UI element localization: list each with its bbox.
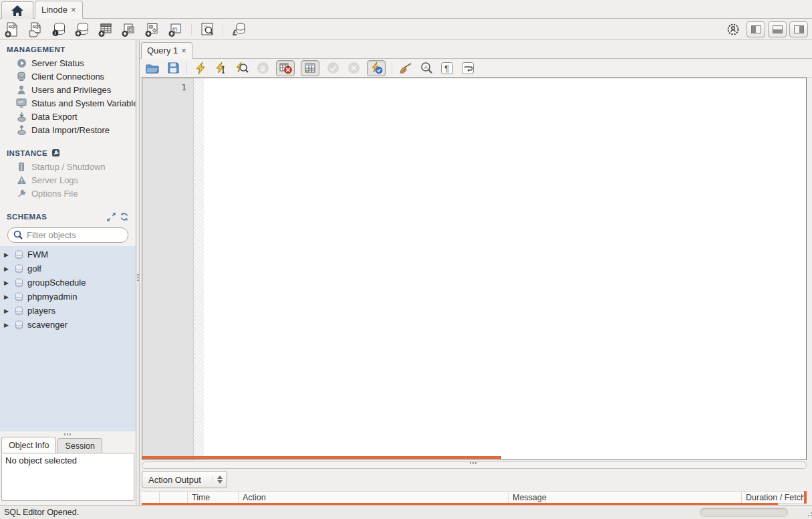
spinner-arrows-icon[interactable] (213, 476, 223, 484)
wrap-text-icon[interactable] (460, 61, 475, 76)
toggle-left-sidebar-icon[interactable] (747, 21, 765, 37)
chevron-right-icon[interactable]: ▶ (4, 280, 11, 286)
save-icon[interactable] (166, 61, 180, 76)
create-table-icon[interactable] (98, 21, 114, 37)
window-tab-bar: Linode × (0, 0, 812, 19)
sidebar-item-data-export[interactable]: Data Export (0, 110, 136, 123)
management-section-title: MANAGEMENT (0, 40, 136, 56)
schema-filter-box (7, 227, 128, 243)
create-schema-icon[interactable] (74, 21, 90, 37)
column-action[interactable]: Action (239, 492, 509, 504)
chevron-right-icon[interactable]: ▶ (4, 322, 11, 328)
editor-hscroll-thumb[interactable] (142, 456, 501, 459)
data-import-icon (16, 124, 27, 135)
tab-object-info[interactable]: Object Info (1, 437, 56, 453)
schema-item-golf[interactable]: ▶ golf (0, 262, 136, 276)
search-table-data-icon[interactable] (199, 21, 215, 37)
refresh-icon[interactable] (120, 212, 129, 221)
schema-item-fwm[interactable]: ▶ FWM (0, 247, 136, 262)
column-duration[interactable]: Duration / Fetch (742, 492, 807, 504)
instance-title-label: INSTANCE (7, 149, 47, 157)
editor-hscrollbar[interactable] (142, 461, 807, 469)
schema-inspector-icon[interactable]: i (51, 21, 67, 37)
sidebar-item-server-logs[interactable]: Server Logs (0, 173, 136, 187)
status-message: SQL Editor Opened. (4, 508, 79, 517)
home-tab[interactable] (1, 1, 33, 19)
schema-list: ▶ FWM ▶ golf ▶ groupSchedule ▶ phpmyadmi… (0, 246, 136, 431)
output-splitter-grip[interactable] (470, 462, 471, 464)
sql-editor[interactable]: 1 (142, 78, 807, 460)
chevron-right-icon[interactable]: ▶ (4, 308, 11, 314)
action-output-vscroll-thumb[interactable] (804, 491, 807, 504)
sidebar-item-label: Client Connections (31, 72, 104, 82)
create-procedure-icon[interactable] (144, 21, 160, 37)
chevron-right-icon[interactable]: ▶ (4, 294, 11, 300)
expand-icon[interactable] (107, 213, 116, 221)
toggle-stop-on-error-icon[interactable] (276, 60, 295, 76)
schemas-section-title: SCHEMAS (0, 207, 136, 224)
open-file-icon[interactable] (145, 61, 160, 76)
query-tab-bar: Query 1 × (140, 40, 812, 59)
panel-toggle-group (747, 21, 808, 37)
main-toolbar: SQL SQL i f() (0, 19, 812, 40)
sidebar-item-label: Server Logs (31, 175, 78, 185)
resize-grip-icon[interactable] (808, 515, 809, 516)
tab-query-1[interactable]: Query 1 × (141, 42, 192, 59)
action-output-selector[interactable]: Action Output (142, 471, 227, 488)
tab-label: Session (65, 441, 94, 451)
create-view-icon[interactable] (121, 21, 137, 37)
reconnect-dbms-icon[interactable] (231, 21, 247, 37)
svg-text:SQL: SQL (33, 25, 41, 29)
sidebar-item-users-privileges[interactable]: Users and Privileges (0, 83, 136, 96)
sidebar-item-server-status[interactable]: Server Status (0, 56, 136, 70)
management-title-label: MANAGEMENT (7, 45, 65, 54)
execute-current-icon[interactable] (214, 61, 229, 76)
preferences-gear-icon[interactable] (725, 21, 741, 37)
toggle-output-area-icon[interactable] (768, 21, 787, 37)
sidebar-item-options-file[interactable]: Options File (0, 187, 136, 200)
commit-icon[interactable] (325, 61, 340, 76)
create-function-icon[interactable]: f() (168, 21, 184, 37)
tab-session[interactable]: Session (57, 438, 102, 453)
schema-item-phpmyadmin[interactable]: ▶ phpmyadmin (0, 290, 136, 304)
schema-item-groupschedule[interactable]: ▶ groupSchedule (0, 276, 136, 290)
rollback-icon[interactable] (346, 61, 361, 76)
stop-icon[interactable] (255, 61, 270, 76)
code-area[interactable] (204, 78, 806, 459)
explain-icon[interactable] (235, 61, 249, 76)
sql-editor-toolbar: A ¶ (140, 59, 812, 78)
new-sql-tab-icon[interactable]: SQL (4, 21, 20, 37)
sidebar-item-system-variables[interactable]: Status and System Variables (0, 96, 136, 110)
sidebar-splitter[interactable] (0, 431, 136, 437)
schema-icon (15, 292, 23, 302)
open-sql-script-icon[interactable]: SQL (27, 21, 43, 37)
invisible-chars-icon[interactable]: ¶ (440, 61, 454, 76)
column-time[interactable]: Time (188, 492, 239, 504)
connection-tab[interactable]: Linode × (35, 1, 83, 19)
schema-item-scavenger[interactable]: ▶ scavenger (0, 318, 136, 332)
find-icon[interactable]: A (419, 61, 434, 76)
chevron-right-icon[interactable]: ▶ (4, 251, 11, 258)
close-icon[interactable]: × (181, 45, 186, 56)
sidebar-item-startup-shutdown[interactable]: Startup / Shutdown (0, 160, 136, 173)
sidebar-item-data-import[interactable]: Data Import/Restore (0, 123, 136, 136)
sidebar: MANAGEMENT Server Status Client Connecti… (0, 40, 136, 505)
wrench-icon (51, 148, 60, 157)
sidebar-item-label: Data Export (31, 112, 78, 122)
sidebar-item-label: Startup / Shutdown (31, 162, 106, 172)
toggle-limit-rows-icon[interactable] (301, 60, 319, 76)
sidebar-item-label: Data Import/Restore (31, 125, 110, 135)
close-icon[interactable]: × (71, 5, 76, 15)
toggle-right-sidebar-icon[interactable] (789, 21, 808, 37)
mysql-workbench-window: Linode × SQL SQL i f() (0, 0, 812, 519)
execute-icon[interactable] (193, 61, 208, 76)
search-icon (13, 230, 23, 240)
beautify-icon[interactable] (398, 61, 413, 76)
column-message[interactable]: Message (509, 492, 742, 504)
line-number-gutter: 1 (142, 78, 194, 459)
chevron-right-icon[interactable]: ▶ (4, 266, 11, 272)
toggle-autocommit-icon[interactable] (367, 60, 386, 76)
schema-item-players[interactable]: ▶ players (0, 304, 136, 318)
schema-filter-input[interactable] (27, 230, 136, 240)
sidebar-item-client-connections[interactable]: Client Connections (0, 70, 136, 83)
